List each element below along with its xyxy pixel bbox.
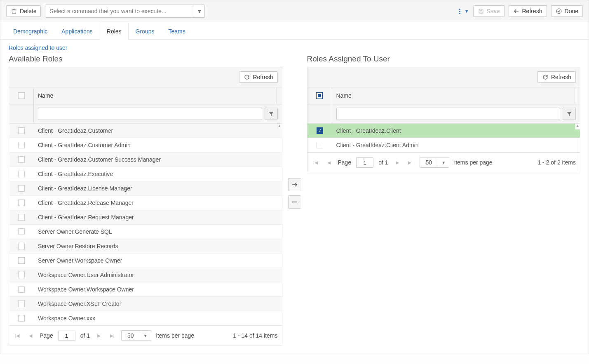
available-pager: |◀ ◀ Page of 1 ▶ ▶| 50 ▼ items per page	[9, 326, 282, 345]
row-name: Workspace Owner.xxx	[34, 311, 282, 325]
more-menu-icon[interactable]	[459, 9, 460, 14]
row-name: Server Owner.Generate SQL	[34, 225, 282, 239]
pager-first-icon[interactable]: |◀	[13, 331, 21, 340]
dropdown-icon[interactable]: ▼	[465, 9, 469, 14]
assigned-roles-panel: Roles Assigned To User Refresh Name	[307, 54, 581, 172]
minus-icon	[292, 201, 297, 203]
filter-icon	[566, 111, 572, 117]
available-refresh-button[interactable]: Refresh	[239, 71, 277, 83]
row-checkbox[interactable]	[18, 127, 25, 134]
tab-groups[interactable]: Groups	[129, 23, 162, 40]
row-checkbox[interactable]	[18, 185, 25, 192]
arrow-right-icon	[292, 183, 298, 187]
row-checkbox[interactable]	[18, 171, 25, 177]
table-row[interactable]: Workspace Owner.XSLT Creator	[9, 297, 282, 311]
pager-last-icon[interactable]: ▶|	[406, 158, 415, 167]
table-row[interactable]: Workspace Owner.xxx	[9, 311, 282, 326]
save-label: Save	[487, 8, 500, 14]
roles-assigned-link[interactable]: Roles assigned to user	[9, 45, 67, 51]
table-row[interactable]: Server Owner.Generate SQL	[9, 225, 282, 239]
row-name: Client - GreatIdeaz.Request Manager	[34, 210, 282, 224]
available-filter-input[interactable]	[38, 108, 262, 120]
back-arrow-icon	[513, 8, 520, 14]
command-dropdown-button[interactable]: ▼	[194, 5, 204, 17]
save-button[interactable]: Save	[473, 5, 505, 17]
row-name: Client - GreatIdeaz.Customer Admin	[34, 138, 282, 152]
tab-applications[interactable]: Applications	[54, 23, 100, 40]
row-checkbox[interactable]	[18, 243, 25, 249]
table-row[interactable]: Client - GreatIdeaz.Client Admin	[307, 138, 580, 153]
check-circle-icon	[556, 8, 562, 14]
table-row[interactable]: Server Owner.Workspace Owner	[9, 254, 282, 268]
pager-last-icon[interactable]: ▶|	[108, 331, 116, 340]
trash-icon	[11, 8, 17, 14]
assigned-pagesize-select[interactable]: 50 ▼	[420, 157, 449, 168]
done-label: Done	[565, 8, 578, 14]
chevron-down-icon: ▼	[438, 159, 449, 167]
table-row[interactable]: Workspace Owner.Workspace Owner	[9, 282, 282, 297]
command-input[interactable]	[45, 5, 194, 17]
pager-prev-icon[interactable]: ◀	[325, 158, 333, 167]
table-row[interactable]: Server Owner.Restore Records	[9, 239, 282, 254]
table-row[interactable]: Client - GreatIdeaz.Customer Success Man…	[9, 153, 282, 167]
pager-next-icon[interactable]: ▶	[393, 158, 401, 167]
row-checkbox[interactable]	[18, 301, 25, 307]
refresh-icon	[244, 74, 250, 80]
assigned-refresh-button[interactable]: Refresh	[537, 71, 576, 83]
assigned-select-all-checkbox[interactable]	[316, 92, 323, 99]
table-row[interactable]: Client - GreatIdeaz.License Manager	[9, 181, 282, 196]
refresh-icon	[542, 74, 549, 80]
done-button[interactable]: Done	[551, 5, 583, 17]
scroll-up-icon[interactable]: ▲	[575, 124, 580, 129]
table-row[interactable]: Client - GreatIdeaz.Executive	[9, 167, 282, 181]
refresh-button[interactable]: Refresh	[509, 5, 547, 17]
assigned-page-input[interactable]	[356, 157, 373, 168]
command-combo[interactable]: ▼	[45, 5, 205, 18]
available-pagesize-select[interactable]: 50 ▼	[121, 330, 151, 341]
available-roles-panel: Available Roles Refresh Name	[9, 54, 282, 345]
row-checkbox[interactable]	[18, 214, 25, 221]
assigned-column-name[interactable]: Name	[332, 87, 575, 104]
tab-roles[interactable]: Roles	[100, 23, 129, 40]
assigned-title: Roles Assigned To User	[307, 54, 581, 63]
chevron-down-icon: ▼	[140, 332, 151, 340]
pager-prev-icon[interactable]: ◀	[26, 331, 35, 340]
unassign-button[interactable]	[288, 195, 301, 209]
row-checkbox[interactable]	[18, 200, 25, 206]
table-row[interactable]: Client - GreatIdeaz.Customer Admin	[9, 138, 282, 153]
available-filter-button[interactable]	[265, 108, 278, 120]
row-checkbox[interactable]	[18, 272, 25, 278]
transfer-buttons	[287, 54, 302, 209]
row-checkbox[interactable]	[18, 156, 25, 163]
table-row[interactable]: Client - GreatIdeaz.Client	[307, 124, 580, 138]
assigned-filter-input[interactable]	[336, 108, 561, 120]
pager-next-icon[interactable]: ▶	[95, 331, 103, 340]
available-page-input[interactable]	[58, 331, 75, 341]
available-select-all-checkbox[interactable]	[18, 92, 25, 99]
table-row[interactable]: Client - GreatIdeaz.Request Manager	[9, 210, 282, 225]
row-checkbox[interactable]	[18, 257, 25, 264]
assigned-grid: Refresh Name	[307, 67, 581, 172]
subnav: Roles assigned to user	[9, 45, 580, 51]
filter-icon	[268, 111, 274, 117]
row-name: Client - GreatIdeaz.Customer Success Man…	[34, 153, 282, 167]
row-name: Client - GreatIdeaz.Client	[332, 124, 580, 138]
tab-teams[interactable]: Teams	[161, 23, 192, 40]
row-checkbox[interactable]	[18, 228, 25, 235]
assign-button[interactable]	[288, 178, 301, 191]
row-name: Client - GreatIdeaz.Executive	[34, 167, 282, 181]
table-row[interactable]: Workspace Owner.User Administrator	[9, 268, 282, 282]
row-checkbox[interactable]	[18, 286, 25, 293]
row-checkbox[interactable]	[18, 142, 25, 148]
assigned-filter-button[interactable]	[563, 108, 576, 120]
row-checkbox[interactable]	[317, 127, 323, 134]
available-column-name[interactable]: Name	[34, 87, 277, 104]
delete-button[interactable]: Delete	[6, 5, 41, 17]
pager-first-icon[interactable]: |◀	[312, 158, 320, 167]
scroll-up-icon[interactable]: ▲	[277, 124, 282, 129]
row-checkbox[interactable]	[18, 315, 25, 322]
tab-demographic[interactable]: Demographic	[6, 23, 54, 40]
table-row[interactable]: Client - GreatIdeaz.Release Manager	[9, 196, 282, 210]
row-checkbox[interactable]	[317, 142, 323, 148]
table-row[interactable]: Client - GreatIdeaz.Customer	[9, 124, 282, 138]
